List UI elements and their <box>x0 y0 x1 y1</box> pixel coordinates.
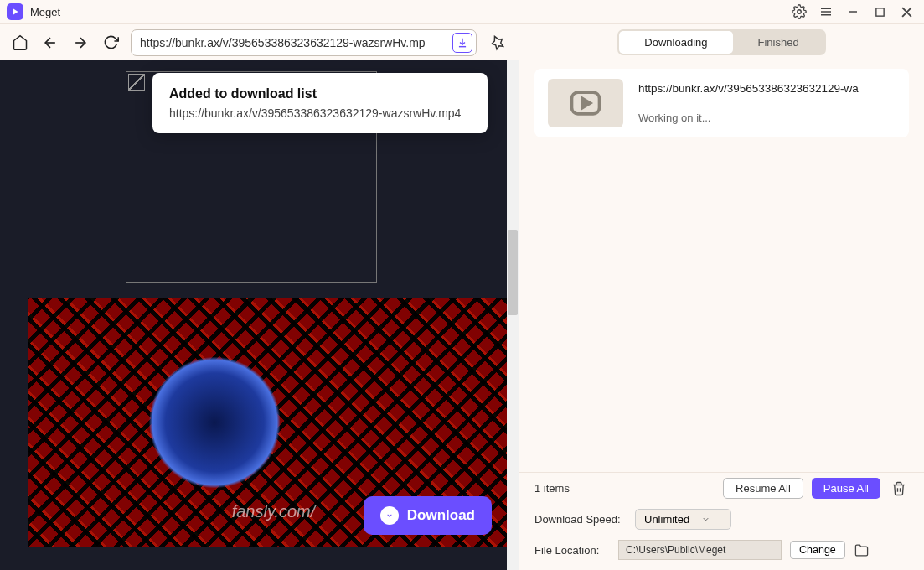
speed-label: Download Speed: <box>534 513 627 526</box>
pin-button[interactable] <box>487 32 508 54</box>
download-button-icon <box>380 506 399 525</box>
speed-select[interactable]: Unlimited <box>635 509 731 530</box>
change-location-button[interactable]: Change <box>790 541 845 559</box>
tab-downloading[interactable]: Downloading <box>619 31 732 54</box>
item-thumbnail <box>548 79 623 127</box>
open-folder-button[interactable] <box>854 542 870 558</box>
app-logo-icon <box>7 3 23 20</box>
download-url-button[interactable] <box>452 33 472 53</box>
url-input[interactable] <box>140 36 452 49</box>
svg-point-0 <box>798 10 802 14</box>
downloads-pane: Downloading Finished https://bunkr.ax/v/… <box>519 23 924 570</box>
tab-finished[interactable]: Finished <box>733 31 824 54</box>
scrollbar[interactable] <box>507 60 519 570</box>
speed-value: Unlimited <box>644 513 689 526</box>
broken-image-icon <box>128 74 145 91</box>
svg-marker-12 <box>582 99 590 108</box>
scrollbar-thumb[interactable] <box>508 230 518 315</box>
item-status: Working on it... <box>638 111 896 124</box>
download-button[interactable]: Download <box>364 496 492 535</box>
location-input[interactable] <box>618 540 782 560</box>
watermark-text: fansly.com/ <box>232 502 316 521</box>
back-button[interactable] <box>40 33 60 53</box>
app-title: Meget <box>30 6 60 18</box>
resume-all-button[interactable]: Resume All <box>723 478 803 499</box>
download-button-label: Download <box>407 507 475 524</box>
pause-all-button[interactable]: Pause All <box>812 478 880 499</box>
reload-button[interactable] <box>101 33 121 53</box>
minimize-button[interactable] <box>842 1 864 23</box>
notification-url: https://bunkr.ax/v/395653386323632129-wa… <box>169 106 471 120</box>
settings-icon[interactable] <box>788 1 810 23</box>
home-button[interactable] <box>10 33 30 53</box>
maximize-button[interactable] <box>869 1 890 23</box>
browser-pane: Added to download list https://bunkr.ax/… <box>0 23 519 570</box>
download-item[interactable]: https://bunkr.ax/v/395653386323632129-wa… <box>534 69 909 137</box>
svg-rect-5 <box>875 8 883 15</box>
location-label: File Location: <box>534 544 610 557</box>
close-button[interactable] <box>896 1 917 23</box>
item-url: https://bunkr.ax/v/395653386323632129-wa <box>638 82 896 95</box>
menu-icon[interactable] <box>815 1 837 23</box>
items-count: 1 items <box>534 482 570 495</box>
notification-title: Added to download list <box>169 86 471 101</box>
forward-button[interactable] <box>70 33 90 53</box>
browser-viewport[interactable]: Added to download list https://bunkr.ax/… <box>0 60 519 570</box>
notification-toast: Added to download list https://bunkr.ax/… <box>152 73 488 133</box>
delete-button[interactable] <box>889 479 909 499</box>
